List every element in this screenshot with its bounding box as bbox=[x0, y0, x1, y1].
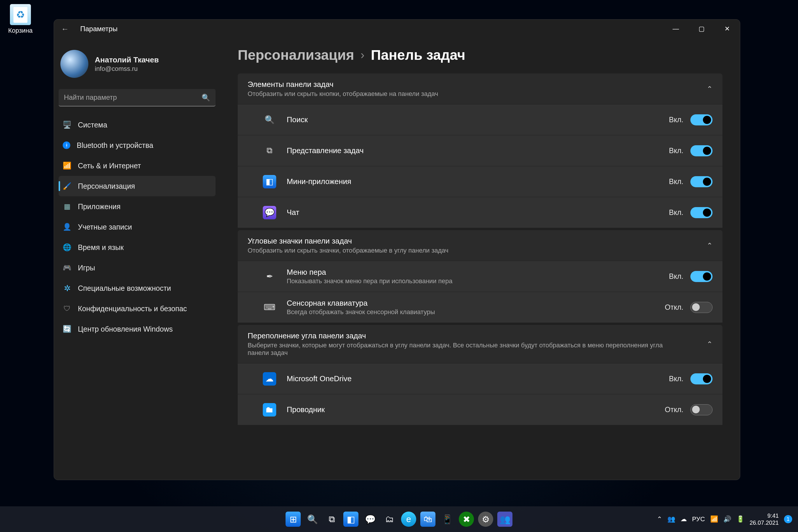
close-button[interactable]: ✕ bbox=[714, 20, 740, 38]
titlebar: ← Параметры — ▢ ✕ bbox=[54, 20, 740, 38]
sidebar-item-7[interactable]: 🎮Игры bbox=[59, 258, 215, 278]
sidebar-item-0[interactable]: 🖥️Система bbox=[59, 115, 215, 135]
setting-icon: ◧ bbox=[263, 175, 276, 188]
sidebar-item-6[interactable]: 🌐Время и язык bbox=[59, 237, 215, 258]
tray-clock[interactable]: 9:41 26.07.2021 bbox=[749, 512, 779, 526]
toggle-state-label: Вкл. bbox=[669, 208, 683, 217]
section-subtitle: Отобразить или скрыть значки, отображаем… bbox=[248, 247, 449, 254]
setting-label: Мини-приложения bbox=[287, 177, 351, 186]
setting-row: 🔍ПоискВкл. bbox=[238, 104, 722, 135]
taskview-icon[interactable]: ⧉ bbox=[324, 512, 339, 527]
sidebar-item-label: Центр обновления Windows bbox=[78, 325, 173, 334]
recycle-bin[interactable]: Корзина bbox=[8, 4, 33, 34]
setting-icon: ⌨ bbox=[263, 301, 276, 314]
tray-teams-icon[interactable]: 👥 bbox=[667, 515, 675, 523]
tray-sound-icon[interactable]: 🔊 bbox=[723, 515, 731, 523]
sidebar-icon: ᚼ bbox=[63, 141, 70, 149]
toggle-switch[interactable] bbox=[690, 271, 712, 282]
sidebar-icon: 🖌️ bbox=[63, 182, 72, 190]
breadcrumb-parent[interactable]: Персонализация bbox=[238, 47, 354, 63]
tray-battery-icon[interactable]: 🔋 bbox=[737, 515, 744, 523]
profile-name: Анатолий Ткачев bbox=[95, 55, 159, 64]
sidebar: Анатолий Ткачев info@comss.ru 🔍 🖥️Систем… bbox=[54, 38, 220, 480]
section-taskbar-items: Элементы панели задач Отобразить или скр… bbox=[238, 74, 722, 228]
sidebar-icon: 🖥️ bbox=[63, 120, 72, 129]
store-icon[interactable]: 🛍 bbox=[420, 512, 435, 527]
search-box[interactable]: 🔍 bbox=[59, 89, 215, 107]
sidebar-item-2[interactable]: 📶Сеть & и Интернет bbox=[59, 155, 215, 176]
toggle-state-label: Откл. bbox=[665, 405, 683, 414]
sidebar-item-label: Специальные возможности bbox=[78, 284, 171, 292]
setting-icon: ☁ bbox=[263, 372, 276, 385]
phone-icon[interactable]: 📱 bbox=[439, 512, 455, 527]
setting-label: Проводник bbox=[287, 405, 325, 414]
section-header[interactable]: Угловые значки панели задач Отобразить и… bbox=[238, 230, 722, 261]
tray-onedrive-icon[interactable]: ☁ bbox=[681, 515, 687, 523]
chevron-up-icon: ⌃ bbox=[701, 340, 712, 348]
sidebar-item-4[interactable]: ▦Приложения bbox=[59, 196, 215, 217]
setting-row: ☁Microsoft OneDriveВкл. bbox=[238, 363, 722, 394]
setting-row: 💬ЧатВкл. bbox=[238, 197, 722, 228]
toggle-state-label: Откл. bbox=[665, 303, 683, 311]
minimize-button[interactable]: — bbox=[663, 20, 689, 38]
section-header[interactable]: Элементы панели задач Отобразить или скр… bbox=[238, 74, 722, 104]
setting-label: Сенсорная клавиатура bbox=[287, 299, 435, 308]
search-input[interactable] bbox=[59, 89, 215, 107]
sidebar-icon: 👤 bbox=[63, 223, 72, 231]
section-subtitle: Выберите значки, которые могут отображат… bbox=[248, 342, 670, 357]
systray: ⌃ 👥 ☁ РУС 📶 🔊 🔋 9:41 26.07.2021 1 bbox=[657, 512, 798, 526]
sidebar-item-3[interactable]: 🖌️Персонализация bbox=[59, 176, 215, 196]
toggle-state-label: Вкл. bbox=[669, 177, 683, 186]
settings-icon[interactable]: ⚙ bbox=[478, 512, 493, 527]
toggle-switch[interactable] bbox=[690, 207, 712, 218]
sidebar-item-8[interactable]: ✲Специальные возможности bbox=[59, 278, 215, 298]
widgets-icon[interactable]: ◧ bbox=[343, 512, 359, 527]
recycle-bin-icon bbox=[10, 4, 31, 25]
toggle-switch[interactable] bbox=[690, 114, 712, 126]
sidebar-icon: 🛡 bbox=[63, 304, 72, 313]
taskbar: ⊞🔍⧉◧💬🗂e🛍📱✖⚙👥 ⌃ 👥 ☁ РУС 📶 🔊 🔋 9:41 26.07.… bbox=[0, 506, 798, 532]
toggle-state-label: Вкл. bbox=[669, 375, 683, 383]
chevron-up-icon: ⌃ bbox=[701, 85, 712, 93]
profile[interactable]: Анатолий Ткачев info@comss.ru bbox=[59, 44, 215, 87]
section-header[interactable]: Переполнение угла панели задач Выберите … bbox=[238, 325, 722, 363]
sidebar-item-10[interactable]: 🔄Центр обновления Windows bbox=[59, 319, 215, 339]
sidebar-icon: 🔄 bbox=[63, 325, 72, 334]
setting-label: Поиск bbox=[287, 115, 308, 124]
sidebar-icon: ✲ bbox=[63, 284, 72, 292]
sidebar-item-5[interactable]: 👤Учетные записи bbox=[59, 217, 215, 237]
setting-label: Microsoft OneDrive bbox=[287, 374, 352, 383]
tray-wifi-icon[interactable]: 📶 bbox=[710, 515, 718, 523]
edge-icon[interactable]: e bbox=[401, 512, 416, 527]
back-button[interactable]: ← bbox=[57, 24, 73, 34]
notification-badge[interactable]: 1 bbox=[784, 515, 792, 523]
setting-icon: ⧉ bbox=[263, 144, 276, 157]
chevron-right-icon: › bbox=[361, 49, 364, 61]
search-icon[interactable]: 🔍 bbox=[305, 512, 320, 527]
explorer-icon[interactable]: 🗂 bbox=[382, 512, 397, 527]
teams-icon[interactable]: 👥 bbox=[497, 512, 512, 527]
xbox-icon[interactable]: ✖ bbox=[459, 512, 474, 527]
sidebar-item-9[interactable]: 🛡Конфиденциальность и безопас bbox=[59, 298, 215, 319]
setting-label: Представление задач bbox=[287, 146, 364, 155]
sidebar-item-label: Bluetooth и устройства bbox=[77, 141, 153, 150]
chat-icon[interactable]: 💬 bbox=[363, 512, 378, 527]
toggle-switch[interactable] bbox=[690, 404, 712, 415]
tray-overflow-icon[interactable]: ⌃ bbox=[657, 515, 662, 523]
setting-row: ⌨Сенсорная клавиатураВсегда отображать з… bbox=[238, 292, 722, 323]
setting-icon: 🖿 bbox=[263, 403, 276, 417]
sidebar-item-1[interactable]: ᚼBluetooth и устройства bbox=[59, 135, 215, 155]
breadcrumb: Персонализация › Панель задач bbox=[238, 47, 722, 63]
section-corner-icons: Угловые значки панели задач Отобразить и… bbox=[238, 230, 722, 323]
sidebar-item-label: Персонализация bbox=[78, 182, 135, 190]
toggle-switch[interactable] bbox=[690, 302, 712, 313]
sidebar-item-label: Конфиденциальность и безопас bbox=[78, 304, 187, 313]
setting-icon: 🔍 bbox=[263, 113, 276, 127]
toggle-switch[interactable] bbox=[690, 176, 712, 187]
toggle-switch[interactable] bbox=[690, 145, 712, 156]
tray-date: 26.07.2021 bbox=[749, 519, 779, 526]
toggle-switch[interactable] bbox=[690, 373, 712, 384]
start-icon[interactable]: ⊞ bbox=[286, 512, 301, 527]
tray-language[interactable]: РУС bbox=[692, 515, 705, 523]
maximize-button[interactable]: ▢ bbox=[689, 20, 714, 38]
